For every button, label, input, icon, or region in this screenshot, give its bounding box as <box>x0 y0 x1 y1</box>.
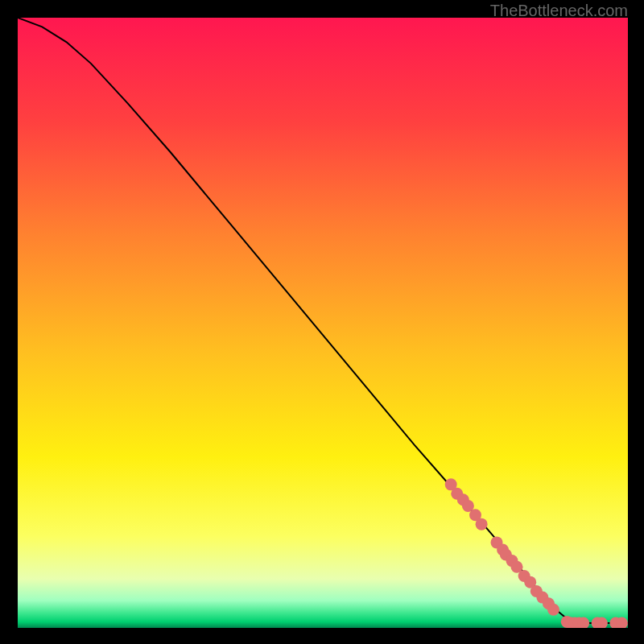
watermark-label: TheBottleneck.com <box>490 2 628 20</box>
data-point <box>476 518 488 530</box>
data-point <box>547 604 559 616</box>
scatter-points <box>18 18 628 628</box>
chart-canvas <box>18 18 628 628</box>
